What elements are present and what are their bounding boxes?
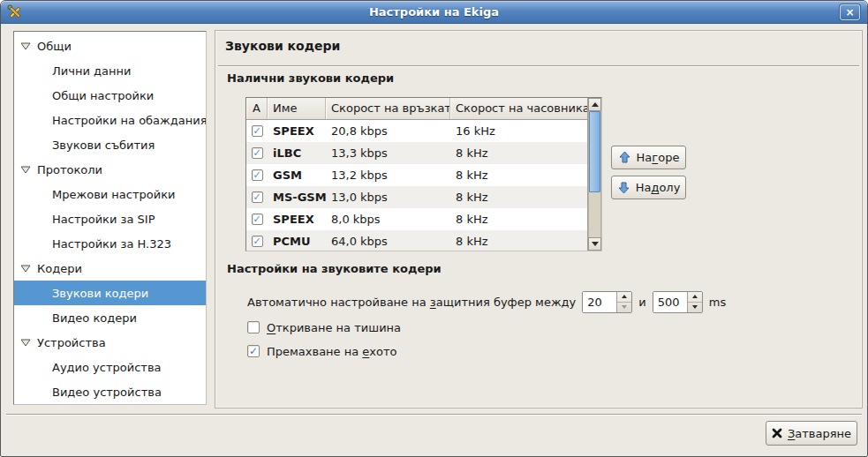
page-title: Звукови кодери bbox=[225, 39, 340, 53]
sidebar-item-label: Общи настройки bbox=[52, 89, 154, 102]
check-icon: ✓ bbox=[253, 236, 260, 246]
close-x-icon bbox=[772, 428, 782, 438]
jitter-and-label: и bbox=[638, 296, 645, 309]
spin-up-button[interactable] bbox=[617, 292, 631, 302]
codec-name: SPEEX bbox=[268, 124, 326, 138]
sidebar-item-label: Мрежови настройки bbox=[52, 188, 176, 201]
spin-up-button[interactable] bbox=[688, 292, 702, 302]
codec-row[interactable]: ✓ iLBC 13,3 kbps 8 kHz bbox=[246, 142, 588, 164]
sidebar-item-obshti-nastroyki[interactable]: Общи настройки bbox=[14, 83, 206, 108]
echo-cancellation-label: Премахване на ехото bbox=[267, 345, 397, 358]
sidebar-item-nastroyki-obazhdaniya[interactable]: Настройки на обажданията bbox=[14, 108, 206, 132]
move-down-button[interactable]: Надолу bbox=[611, 176, 686, 199]
scroll-down-button[interactable] bbox=[588, 237, 601, 251]
titlebar[interactable]: Настройки на Ekiga × bbox=[1, 1, 867, 24]
sidebar-item-label: Общи bbox=[37, 40, 72, 53]
echo-cancellation-option[interactable]: ✓ Премахване на ехото bbox=[247, 344, 397, 358]
close-button[interactable]: Затваряне bbox=[766, 421, 857, 446]
main-panel: Звукови кодери Налични звукови кодери A … bbox=[215, 30, 863, 408]
jitter-max-input[interactable] bbox=[653, 292, 687, 312]
move-down-label: Надолу bbox=[636, 181, 681, 194]
codec-clockrate: 8 kHz bbox=[450, 146, 588, 160]
scrollbar-thumb[interactable] bbox=[589, 111, 600, 192]
jitter-min-spinner bbox=[582, 291, 632, 313]
jitter-max-spin-buttons bbox=[687, 292, 702, 312]
check-icon: ✓ bbox=[253, 170, 260, 180]
expander-icon[interactable] bbox=[20, 338, 31, 347]
sidebar-item-video-ustroystva[interactable]: Видео устройства bbox=[14, 379, 206, 404]
codec-name: PCMU bbox=[268, 235, 326, 248]
codec-table-body: ✓ SPEEX 20,8 kbps 16 kHz ✓ iLBC 13,3 kbp… bbox=[246, 120, 588, 251]
sidebar-item-lichni-danni[interactable]: Лични данни bbox=[14, 58, 206, 83]
codec-enabled-cell: ✓ bbox=[246, 125, 268, 137]
sidebar-item-audio-ustroystva[interactable]: Аудио устройства bbox=[14, 355, 206, 379]
codec-enabled-cell: ✓ bbox=[246, 147, 268, 159]
scroll-up-button[interactable] bbox=[588, 98, 601, 111]
codec-table: A Име Скорост на връзката Скорост на час… bbox=[245, 97, 602, 251]
spin-down-button[interactable] bbox=[688, 302, 702, 312]
close-x-icon: × bbox=[845, 7, 854, 18]
down-triangle-icon bbox=[622, 305, 627, 309]
codec-enabled-checkbox[interactable]: ✓ bbox=[252, 169, 263, 181]
codec-row[interactable]: ✓ MS-GSM 13,0 kbps 8 kHz bbox=[246, 186, 588, 208]
codec-enabled-checkbox[interactable]: ✓ bbox=[252, 147, 263, 159]
silence-detection-option[interactable]: Откриване на тишина bbox=[247, 320, 401, 334]
codec-bitrate: 13,0 kbps bbox=[326, 191, 450, 204]
column-header-name[interactable]: Име bbox=[268, 98, 326, 119]
move-up-label: Нагоре bbox=[637, 151, 680, 164]
sidebar-item-nastroyki-sip[interactable]: Настройки за SIP bbox=[14, 206, 206, 231]
codec-clockrate: 8 kHz bbox=[450, 235, 588, 248]
sidebar-item-label: Видео кодери bbox=[52, 311, 137, 325]
codec-enabled-checkbox[interactable]: ✓ bbox=[252, 236, 263, 247]
codec-enabled-checkbox[interactable]: ✓ bbox=[252, 191, 263, 203]
column-header-active[interactable]: A bbox=[246, 98, 268, 119]
codec-row[interactable]: ✓ PCMU 64,0 kbps 8 kHz bbox=[246, 230, 588, 251]
sidebar-item-label: Видео устройства bbox=[52, 386, 162, 399]
codec-enabled-checkbox[interactable]: ✓ bbox=[252, 214, 263, 225]
echo-cancellation-checkbox[interactable]: ✓ bbox=[247, 345, 260, 357]
sidebar-item-nastroyki-h323[interactable]: Настройки за H.323 bbox=[14, 231, 206, 256]
sidebar-item-label: Кодери bbox=[37, 262, 82, 275]
check-icon: ✓ bbox=[253, 126, 260, 136]
table-scrollbar[interactable] bbox=[587, 98, 601, 251]
column-header-clockrate[interactable]: Скорост на часовника bbox=[450, 98, 588, 119]
spin-down-button[interactable] bbox=[617, 302, 631, 312]
down-triangle-icon bbox=[692, 305, 698, 309]
codec-name: MS-GSM bbox=[268, 191, 326, 204]
window-close-button[interactable]: × bbox=[840, 4, 860, 20]
move-up-button[interactable]: Нагоре bbox=[611, 146, 686, 169]
expander-icon[interactable] bbox=[20, 264, 31, 273]
codec-row[interactable]: ✓ GSM 13,2 kbps 8 kHz bbox=[246, 164, 588, 186]
expander-icon[interactable] bbox=[20, 41, 31, 50]
scrollbar-track[interactable] bbox=[588, 111, 601, 237]
check-icon: ✓ bbox=[253, 148, 260, 158]
sidebar-item-ustroystva[interactable]: Устройства bbox=[14, 330, 206, 355]
sidebar-item-zvukovi-koderi[interactable]: Звукови кодери bbox=[14, 281, 206, 305]
sidebar-item-label: Лични данни bbox=[52, 64, 131, 78]
sidebar-item-video-koderi[interactable]: Видео кодери bbox=[14, 305, 206, 330]
codecs-section-title: Налични звукови кодери bbox=[227, 71, 394, 85]
sidebar-item-koderi[interactable]: Кодери bbox=[14, 256, 206, 281]
expander-icon[interactable] bbox=[20, 165, 31, 174]
codec-row[interactable]: ✓ SPEEX 20,8 kbps 16 kHz bbox=[246, 120, 588, 142]
jitter-buffer-row: Автоматично настройване на защитния буфе… bbox=[247, 290, 726, 313]
sidebar-item-protokoli[interactable]: Протоколи bbox=[14, 157, 206, 182]
codec-row[interactable]: ✓ SPEEX 8,0 kbps 8 kHz bbox=[246, 208, 588, 230]
sidebar-item-obshti[interactable]: Общи bbox=[14, 34, 206, 58]
column-header-bitrate[interactable]: Скорост на връзката bbox=[326, 98, 450, 119]
jitter-label: Автоматично настройване на защитния буфе… bbox=[247, 296, 576, 309]
check-icon: ✓ bbox=[249, 346, 258, 356]
codec-enabled-cell: ✓ bbox=[246, 236, 268, 247]
jitter-min-input[interactable] bbox=[583, 292, 616, 312]
sidebar-item-zvukovi-sabitiya[interactable]: Звукови събития bbox=[14, 132, 206, 157]
arrow-down-icon bbox=[617, 181, 630, 194]
codec-enabled-checkbox[interactable]: ✓ bbox=[252, 125, 263, 137]
sidebar-item-label: Звукови събития bbox=[52, 139, 155, 152]
codec-bitrate: 13,2 kbps bbox=[326, 169, 450, 182]
silence-detection-checkbox[interactable] bbox=[247, 321, 260, 333]
sidebar-item-label: Аудио устройства bbox=[52, 361, 162, 374]
window-tools-icon bbox=[7, 4, 23, 20]
sidebar-item-mrezhovi-nastroyki[interactable]: Мрежови настройки bbox=[14, 182, 206, 206]
close-button-label: Затваряне bbox=[788, 427, 851, 440]
sidebar-item-label: Протоколи bbox=[37, 163, 102, 176]
